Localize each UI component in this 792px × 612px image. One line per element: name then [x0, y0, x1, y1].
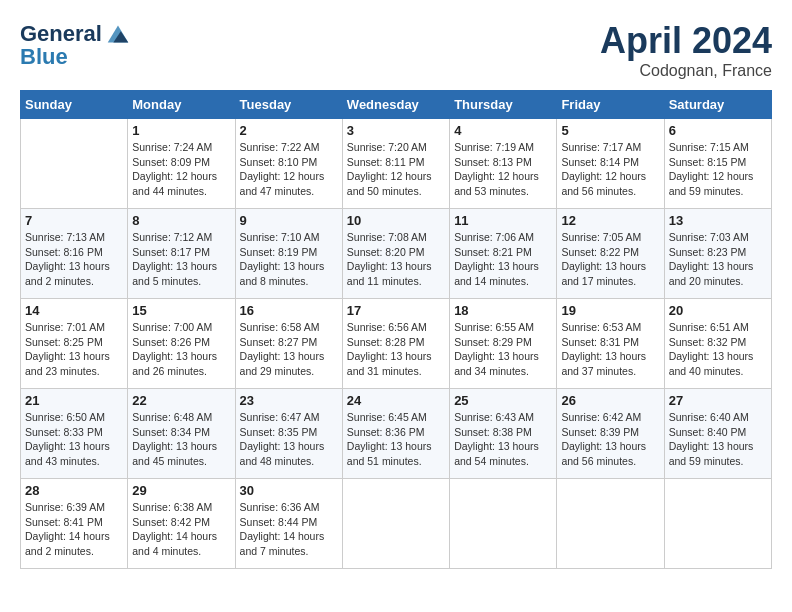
- calendar-cell: 4Sunrise: 7:19 AMSunset: 8:13 PMDaylight…: [450, 119, 557, 209]
- calendar-week-row: 21Sunrise: 6:50 AMSunset: 8:33 PMDayligh…: [21, 389, 772, 479]
- calendar-week-row: 14Sunrise: 7:01 AMSunset: 8:25 PMDayligh…: [21, 299, 772, 389]
- day-number: 18: [454, 303, 552, 318]
- month-title: April 2024: [600, 20, 772, 62]
- day-info: Sunrise: 6:55 AMSunset: 8:29 PMDaylight:…: [454, 320, 552, 379]
- day-number: 2: [240, 123, 338, 138]
- calendar-cell: 11Sunrise: 7:06 AMSunset: 8:21 PMDayligh…: [450, 209, 557, 299]
- day-info: Sunrise: 6:50 AMSunset: 8:33 PMDaylight:…: [25, 410, 123, 469]
- day-number: 28: [25, 483, 123, 498]
- calendar-cell: 23Sunrise: 6:47 AMSunset: 8:35 PMDayligh…: [235, 389, 342, 479]
- day-number: 6: [669, 123, 767, 138]
- calendar-cell: 28Sunrise: 6:39 AMSunset: 8:41 PMDayligh…: [21, 479, 128, 569]
- day-number: 22: [132, 393, 230, 408]
- calendar-week-row: 28Sunrise: 6:39 AMSunset: 8:41 PMDayligh…: [21, 479, 772, 569]
- calendar-cell: 8Sunrise: 7:12 AMSunset: 8:17 PMDaylight…: [128, 209, 235, 299]
- calendar-cell: [557, 479, 664, 569]
- day-number: 23: [240, 393, 338, 408]
- day-info: Sunrise: 6:51 AMSunset: 8:32 PMDaylight:…: [669, 320, 767, 379]
- calendar-cell: [664, 479, 771, 569]
- day-info: Sunrise: 6:36 AMSunset: 8:44 PMDaylight:…: [240, 500, 338, 559]
- day-number: 3: [347, 123, 445, 138]
- day-info: Sunrise: 7:05 AMSunset: 8:22 PMDaylight:…: [561, 230, 659, 289]
- day-info: Sunrise: 7:15 AMSunset: 8:15 PMDaylight:…: [669, 140, 767, 199]
- day-number: 27: [669, 393, 767, 408]
- weekday-header: Tuesday: [235, 91, 342, 119]
- day-info: Sunrise: 7:13 AMSunset: 8:16 PMDaylight:…: [25, 230, 123, 289]
- calendar-cell: 12Sunrise: 7:05 AMSunset: 8:22 PMDayligh…: [557, 209, 664, 299]
- day-number: 4: [454, 123, 552, 138]
- calendar-cell: 1Sunrise: 7:24 AMSunset: 8:09 PMDaylight…: [128, 119, 235, 209]
- day-info: Sunrise: 7:24 AMSunset: 8:09 PMDaylight:…: [132, 140, 230, 199]
- calendar-cell: 3Sunrise: 7:20 AMSunset: 8:11 PMDaylight…: [342, 119, 449, 209]
- day-info: Sunrise: 6:58 AMSunset: 8:27 PMDaylight:…: [240, 320, 338, 379]
- day-info: Sunrise: 7:19 AMSunset: 8:13 PMDaylight:…: [454, 140, 552, 199]
- calendar-cell: 10Sunrise: 7:08 AMSunset: 8:20 PMDayligh…: [342, 209, 449, 299]
- day-number: 21: [25, 393, 123, 408]
- calendar-cell: 29Sunrise: 6:38 AMSunset: 8:42 PMDayligh…: [128, 479, 235, 569]
- day-info: Sunrise: 7:12 AMSunset: 8:17 PMDaylight:…: [132, 230, 230, 289]
- day-info: Sunrise: 6:39 AMSunset: 8:41 PMDaylight:…: [25, 500, 123, 559]
- day-info: Sunrise: 6:45 AMSunset: 8:36 PMDaylight:…: [347, 410, 445, 469]
- day-info: Sunrise: 6:40 AMSunset: 8:40 PMDaylight:…: [669, 410, 767, 469]
- day-info: Sunrise: 7:01 AMSunset: 8:25 PMDaylight:…: [25, 320, 123, 379]
- calendar-cell: 27Sunrise: 6:40 AMSunset: 8:40 PMDayligh…: [664, 389, 771, 479]
- day-number: 15: [132, 303, 230, 318]
- day-number: 17: [347, 303, 445, 318]
- calendar-cell: 26Sunrise: 6:42 AMSunset: 8:39 PMDayligh…: [557, 389, 664, 479]
- day-info: Sunrise: 7:22 AMSunset: 8:10 PMDaylight:…: [240, 140, 338, 199]
- day-number: 24: [347, 393, 445, 408]
- day-number: 7: [25, 213, 123, 228]
- page-header: General Blue April 2024 Codognan, France: [20, 20, 772, 80]
- day-number: 10: [347, 213, 445, 228]
- calendar-cell: 9Sunrise: 7:10 AMSunset: 8:19 PMDaylight…: [235, 209, 342, 299]
- calendar-cell: 30Sunrise: 6:36 AMSunset: 8:44 PMDayligh…: [235, 479, 342, 569]
- logo-text: General: [20, 22, 102, 46]
- calendar-cell: [342, 479, 449, 569]
- day-number: 30: [240, 483, 338, 498]
- calendar-cell: 21Sunrise: 6:50 AMSunset: 8:33 PMDayligh…: [21, 389, 128, 479]
- calendar-cell: 25Sunrise: 6:43 AMSunset: 8:38 PMDayligh…: [450, 389, 557, 479]
- day-info: Sunrise: 6:43 AMSunset: 8:38 PMDaylight:…: [454, 410, 552, 469]
- day-number: 26: [561, 393, 659, 408]
- day-number: 5: [561, 123, 659, 138]
- calendar-table: SundayMondayTuesdayWednesdayThursdayFrid…: [20, 90, 772, 569]
- calendar-cell: 14Sunrise: 7:01 AMSunset: 8:25 PMDayligh…: [21, 299, 128, 389]
- logo-icon: [104, 20, 132, 48]
- calendar-cell: [450, 479, 557, 569]
- weekday-header: Wednesday: [342, 91, 449, 119]
- weekday-header: Sunday: [21, 91, 128, 119]
- calendar-cell: 5Sunrise: 7:17 AMSunset: 8:14 PMDaylight…: [557, 119, 664, 209]
- location: Codognan, France: [600, 62, 772, 80]
- day-info: Sunrise: 7:20 AMSunset: 8:11 PMDaylight:…: [347, 140, 445, 199]
- day-number: 14: [25, 303, 123, 318]
- weekday-header: Thursday: [450, 91, 557, 119]
- logo: General Blue: [20, 20, 132, 70]
- day-number: 8: [132, 213, 230, 228]
- day-info: Sunrise: 6:47 AMSunset: 8:35 PMDaylight:…: [240, 410, 338, 469]
- calendar-cell: 17Sunrise: 6:56 AMSunset: 8:28 PMDayligh…: [342, 299, 449, 389]
- weekday-header-row: SundayMondayTuesdayWednesdayThursdayFrid…: [21, 91, 772, 119]
- day-number: 25: [454, 393, 552, 408]
- day-number: 29: [132, 483, 230, 498]
- day-info: Sunrise: 6:48 AMSunset: 8:34 PMDaylight:…: [132, 410, 230, 469]
- calendar-cell: 22Sunrise: 6:48 AMSunset: 8:34 PMDayligh…: [128, 389, 235, 479]
- calendar-cell: 19Sunrise: 6:53 AMSunset: 8:31 PMDayligh…: [557, 299, 664, 389]
- day-number: 9: [240, 213, 338, 228]
- day-info: Sunrise: 7:03 AMSunset: 8:23 PMDaylight:…: [669, 230, 767, 289]
- calendar-cell: 13Sunrise: 7:03 AMSunset: 8:23 PMDayligh…: [664, 209, 771, 299]
- day-number: 20: [669, 303, 767, 318]
- calendar-cell: [21, 119, 128, 209]
- calendar-cell: 18Sunrise: 6:55 AMSunset: 8:29 PMDayligh…: [450, 299, 557, 389]
- calendar-week-row: 7Sunrise: 7:13 AMSunset: 8:16 PMDaylight…: [21, 209, 772, 299]
- calendar-week-row: 1Sunrise: 7:24 AMSunset: 8:09 PMDaylight…: [21, 119, 772, 209]
- day-info: Sunrise: 6:56 AMSunset: 8:28 PMDaylight:…: [347, 320, 445, 379]
- calendar-cell: 2Sunrise: 7:22 AMSunset: 8:10 PMDaylight…: [235, 119, 342, 209]
- day-info: Sunrise: 7:00 AMSunset: 8:26 PMDaylight:…: [132, 320, 230, 379]
- weekday-header: Friday: [557, 91, 664, 119]
- day-info: Sunrise: 7:06 AMSunset: 8:21 PMDaylight:…: [454, 230, 552, 289]
- day-number: 1: [132, 123, 230, 138]
- day-number: 11: [454, 213, 552, 228]
- weekday-header: Monday: [128, 91, 235, 119]
- day-info: Sunrise: 7:17 AMSunset: 8:14 PMDaylight:…: [561, 140, 659, 199]
- day-info: Sunrise: 6:38 AMSunset: 8:42 PMDaylight:…: [132, 500, 230, 559]
